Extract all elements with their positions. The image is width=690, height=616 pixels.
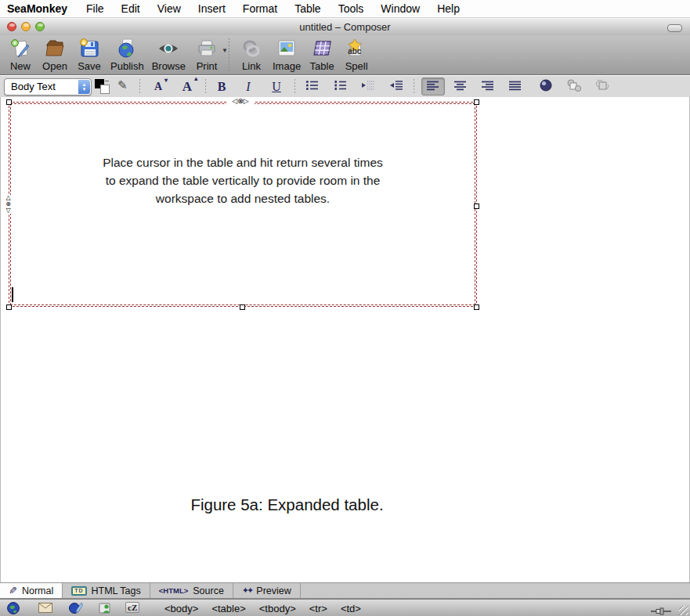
edit-mode-tabbar: ✎ Normal TD HTML Tags <HTML> Source ✦✦ P… (0, 582, 690, 599)
resize-handle-top-left[interactable] (6, 99, 12, 105)
open-folder-icon (44, 38, 66, 59)
menu-format[interactable]: Format (234, 0, 286, 17)
bold-button[interactable]: B (211, 78, 232, 95)
bring-to-front-button[interactable] (563, 78, 585, 95)
indent-button[interactable] (387, 78, 406, 95)
spell-abc-text: abc (348, 47, 361, 56)
figure-caption[interactable]: Figure 5a: Expanded table. (1, 495, 573, 514)
table-grid-icon (311, 38, 333, 59)
td-tag-icon: TD (71, 586, 86, 596)
online-status-plug-icon[interactable] (651, 604, 671, 616)
align-left-button[interactable] (421, 77, 445, 95)
align-right-icon (482, 80, 494, 94)
print-icon (196, 38, 218, 59)
tab-normal[interactable]: ✎ Normal (0, 583, 63, 598)
window-resize-grip[interactable] (679, 606, 688, 615)
image-photo-icon (276, 38, 298, 59)
save-floppy-icon (78, 38, 100, 59)
window-title: untitled – Composer (0, 19, 690, 35)
composer-icon[interactable] (69, 602, 83, 616)
publish-globe-icon (116, 38, 138, 59)
toolbar-toggle-pill[interactable] (667, 24, 682, 32)
menu-window[interactable]: Window (372, 0, 428, 17)
crumb-tr[interactable]: <tr> (309, 603, 327, 614)
link-button[interactable]: Link (238, 38, 265, 72)
align-center-button[interactable] (450, 78, 471, 95)
menu-insert[interactable]: Insert (190, 0, 234, 17)
save-button[interactable]: Save (76, 38, 103, 72)
mail-envelope-icon[interactable] (38, 602, 52, 616)
crumb-table[interactable]: <table> (211, 603, 245, 614)
browse-button[interactable]: Browse (152, 38, 186, 72)
resize-handle-bottom-right[interactable] (474, 304, 479, 310)
image-button-label: Image (273, 60, 301, 72)
align-left-icon (427, 80, 439, 94)
numbered-list-button[interactable] (331, 78, 349, 95)
bring-to-front-icon (566, 79, 582, 95)
main-toolbar: New Open Save Publish Browse Print ▼ Lin… (0, 35, 690, 75)
send-to-back-button[interactable] (591, 78, 613, 95)
menu-tools[interactable]: Tools (330, 0, 373, 17)
align-right-button[interactable] (477, 78, 499, 95)
save-button-label: Save (78, 60, 101, 72)
text-color-picker[interactable] (95, 79, 110, 95)
menu-view[interactable]: View (149, 0, 190, 17)
outdent-button[interactable] (359, 78, 378, 95)
combo-stepper-icon: ▲▼ (78, 80, 90, 94)
tab-preview[interactable]: ✦✦ Preview (233, 583, 301, 598)
tab-normal-label: Normal (22, 585, 53, 596)
resize-handle-bottom-left[interactable] (6, 304, 12, 310)
navigator-globe-icon[interactable] (7, 602, 20, 616)
status-bar: cZ <body> <table> <tbody> <tr> <td> (0, 599, 690, 616)
larger-arrow-icon: ▴ (194, 75, 197, 82)
image-button[interactable]: Image (273, 38, 301, 72)
absolute-position-button[interactable] (536, 78, 556, 95)
preview-sparkle-icon: ✦✦ (242, 585, 251, 596)
link-button-label: Link (242, 60, 261, 72)
print-button[interactable]: Print ▼ (193, 38, 220, 72)
menu-edit[interactable]: Edit (113, 0, 149, 17)
italic-button[interactable]: I (239, 78, 258, 95)
format-separator (414, 79, 414, 94)
spell-button[interactable]: Spell abc (343, 38, 370, 72)
open-button[interactable]: Open (42, 38, 68, 72)
justify-icon (509, 80, 522, 94)
smaller-arrow-icon: ▾ (164, 77, 168, 84)
paragraph-style-value: Body Text (11, 79, 56, 95)
tab-html-tags[interactable]: TD HTML Tags (63, 583, 150, 598)
menu-file[interactable]: File (78, 0, 113, 17)
link-chain-icon (240, 38, 262, 59)
menu-help[interactable]: Help (428, 0, 468, 17)
tab-preview-label: Preview (256, 585, 291, 596)
table-button-label: Table (310, 60, 334, 72)
table-button[interactable]: Table (309, 38, 335, 72)
menu-table[interactable]: Table (286, 0, 329, 17)
underline-button[interactable]: U (266, 78, 287, 95)
editor-canvas[interactable]: ◁⊗▷ △ ⊗ ▽ Place cursor in the table and … (0, 97, 690, 582)
table-text-line-3: workspace to add nested tables. (9, 189, 477, 207)
browse-eye-icon (157, 38, 179, 59)
crumb-body[interactable]: <body> (164, 603, 198, 614)
publish-button[interactable]: Publish (110, 38, 144, 72)
bullet-list-button[interactable] (302, 78, 321, 95)
new-button-label: New (10, 60, 31, 72)
justify-button[interactable] (504, 78, 526, 95)
resize-handle-top-right[interactable] (474, 99, 479, 105)
address-book-icon[interactable] (99, 602, 111, 616)
paragraph-style-select[interactable]: Body Text ▲▼ (4, 78, 92, 95)
chatzilla-icon[interactable]: cZ (125, 602, 139, 613)
print-dropdown-arrow-icon[interactable]: ▼ (222, 47, 228, 54)
larger-font-button[interactable]: A▴ (175, 78, 199, 95)
resize-handle-bottom-center[interactable] (240, 304, 245, 310)
highlight-pen-icon[interactable]: ✎ (117, 78, 128, 92)
new-button[interactable]: New (7, 38, 34, 72)
background-color-swatch[interactable] (100, 85, 110, 94)
crumb-tbody[interactable]: <tbody> (259, 603, 296, 614)
tab-source[interactable]: <HTML> Source (150, 583, 233, 598)
table-cell-text[interactable]: Place cursor in the table and hit return… (9, 153, 477, 207)
table-drag-widget-horizontal[interactable]: ◁⊗▷ (226, 97, 255, 106)
crumb-td[interactable]: <td> (341, 603, 361, 614)
menu-seamonkey[interactable]: SeaMonkey (0, 0, 78, 17)
color-tick (105, 81, 109, 81)
smaller-font-button[interactable]: A▾ (147, 78, 169, 95)
